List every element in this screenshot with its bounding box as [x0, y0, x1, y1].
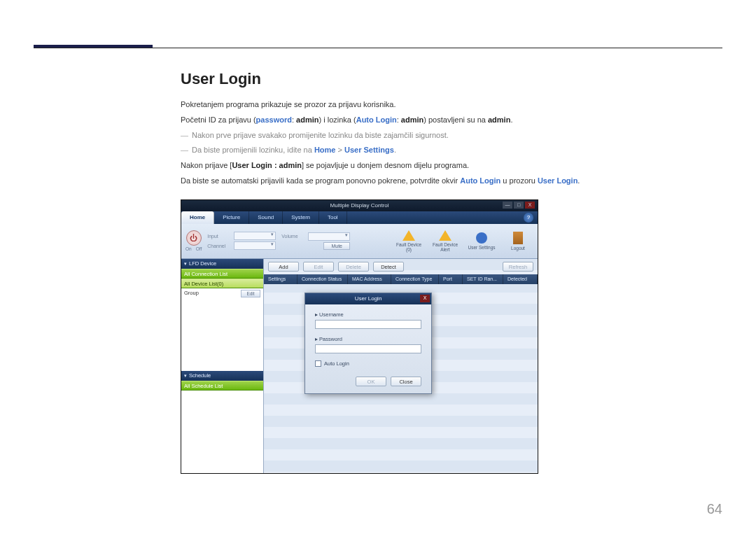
user-settings-button[interactable]: User Settings: [466, 232, 497, 250]
auto-login-label: Auto Login: [324, 360, 349, 367]
logout-button[interactable]: Logout: [503, 232, 533, 251]
auto-login-checkbox[interactable]: Auto Login: [315, 360, 421, 367]
text: Početni ID za prijavu (: [181, 115, 256, 124]
dialog-close-button[interactable]: X: [420, 295, 430, 302]
col-port[interactable]: Port: [439, 274, 463, 284]
volume-group: Volume Mute: [281, 232, 350, 250]
note-user-settings-path: Da biste promijenili lozinku, idite na H…: [181, 143, 722, 157]
edit-button[interactable]: Edit: [241, 290, 260, 297]
text-bold: admin: [488, 115, 510, 124]
sidebar-all-connection[interactable]: All Connection List: [181, 269, 263, 279]
off-label: Off: [196, 246, 202, 251]
label: User Settings: [468, 245, 495, 250]
sidebar-header-lfd[interactable]: LFD Device: [181, 259, 263, 269]
main-panel: Add Edit Delete Detect Refresh Settings …: [264, 259, 538, 473]
header-rule: [34, 48, 722, 48]
sidebar: LFD Device All Connection List All Devic…: [181, 259, 264, 473]
refresh-button[interactable]: Refresh: [503, 262, 533, 272]
input-select[interactable]: [234, 232, 276, 240]
link-user-settings: User Settings: [344, 146, 394, 154]
password-input[interactable]: [315, 344, 421, 353]
fault-device-alert-button[interactable]: Fault Device Alert: [430, 230, 461, 252]
text-bold: admin: [401, 115, 424, 124]
volume-select[interactable]: [308, 232, 350, 241]
add-button[interactable]: Add: [268, 262, 299, 272]
tab-system[interactable]: System: [283, 211, 319, 224]
text: Da biste se automatski prijavili kada se…: [181, 176, 460, 185]
text: Da biste promijenili lozinku, idite na: [192, 146, 314, 154]
table-header: Settings Connection Status MAC Address C…: [264, 274, 538, 284]
text: u prozoru: [500, 176, 538, 185]
maximize-button[interactable]: □: [514, 202, 524, 209]
paragraph-after-login: Nakon prijave [User Login : admin] se po…: [181, 159, 722, 173]
col-connection-status[interactable]: Connection Status: [298, 274, 348, 284]
menubar: Home Picture Sound System Tool ?: [181, 211, 538, 224]
text-bold-link: password: [256, 115, 292, 124]
tab-home[interactable]: Home: [181, 211, 214, 224]
ok-button[interactable]: OK: [356, 377, 386, 386]
sidebar-all-schedule[interactable]: All Schedule List: [181, 381, 263, 391]
mute-button[interactable]: Mute: [323, 242, 350, 250]
app-screenshot: Multiple Display Control — □ X Home Pict…: [181, 199, 538, 474]
tab-sound[interactable]: Sound: [249, 211, 283, 224]
password-label: Password: [319, 336, 342, 342]
page-title: User Login: [181, 70, 722, 88]
app-title: Multiple Display Control: [330, 202, 388, 209]
user-icon: [476, 232, 487, 244]
sidebar-tree-area: Group Edit: [181, 288, 263, 371]
paragraph-defaults: Početni ID za prijavu (password: admin) …: [181, 113, 722, 127]
power-icon[interactable]: ⏻: [186, 230, 202, 246]
tab-tool[interactable]: Tool: [319, 211, 347, 224]
note-change-password: Nakon prve prijave svakako promijenite l…: [181, 129, 722, 143]
tab-picture[interactable]: Picture: [214, 211, 249, 224]
channel-label: Channel: [207, 244, 231, 248]
text: >: [335, 146, 344, 154]
volume-label: Volume: [281, 234, 305, 239]
minimize-button[interactable]: —: [503, 202, 512, 209]
text-bold-link: Auto Login: [460, 176, 500, 185]
sidebar-all-device[interactable]: All Device List(0): [181, 279, 263, 288]
close-button[interactable]: Close: [391, 377, 421, 386]
ribbon: ⏻ On Off Input Channel Volume Mute Fault…: [181, 224, 538, 259]
label: Logout: [511, 246, 525, 251]
sidebar-group-item[interactable]: Group Edit: [181, 288, 263, 299]
input-label: Input: [207, 234, 231, 239]
dialog-titlebar: User Login X: [305, 293, 431, 304]
text: .: [510, 115, 512, 124]
warning-icon: [402, 230, 415, 241]
col-setid-range[interactable]: SET ID Ran...: [463, 274, 503, 284]
username-label: Username: [319, 311, 344, 318]
delete-button[interactable]: Delete: [338, 262, 369, 272]
detect-button[interactable]: Detect: [373, 262, 404, 272]
user-login-dialog: User Login X ▸ Username ▸ Password: [304, 293, 432, 394]
sidebar-header-schedule[interactable]: Schedule: [181, 371, 263, 381]
on-label: On: [186, 246, 192, 251]
label: Fault Device Alert: [430, 242, 461, 252]
password-field: ▸ Password: [315, 336, 421, 353]
content-area: User Login Pokretanjem programa prikazuj…: [181, 70, 722, 474]
close-button[interactable]: X: [525, 202, 535, 209]
dialog-body: ▸ Username ▸ Password Auto Login OK: [305, 304, 431, 393]
text: .: [578, 176, 580, 185]
link-home: Home: [314, 146, 336, 154]
text-bold-link: Auto Login: [356, 115, 397, 124]
col-settings[interactable]: Settings: [264, 274, 298, 284]
username-input[interactable]: [315, 320, 421, 329]
channel-select[interactable]: [234, 241, 276, 250]
sidebar-schedule-area: [181, 391, 263, 473]
paragraph-auto-login: Da biste se automatski prijavili kada se…: [181, 174, 722, 188]
warning-icon: [439, 230, 451, 241]
fault-device-button[interactable]: Fault Device (0): [393, 230, 424, 252]
edit-button[interactable]: Edit: [303, 262, 334, 272]
col-detected[interactable]: Detected: [503, 274, 538, 284]
page-number: 64: [707, 501, 722, 517]
text-bold-link: User Login: [538, 176, 578, 185]
toolbar-row: Add Edit Delete Detect Refresh: [268, 262, 533, 272]
help-button[interactable]: ?: [524, 213, 533, 223]
input-channel-group: Input Channel: [207, 232, 276, 250]
col-connection-type[interactable]: Connection Type: [391, 274, 439, 284]
text: Nakon prijave [: [181, 161, 232, 169]
col-mac-address[interactable]: MAC Address: [348, 274, 391, 284]
dialog-buttons: OK Close: [315, 374, 421, 386]
app-titlebar: Multiple Display Control — □ X: [181, 200, 538, 211]
